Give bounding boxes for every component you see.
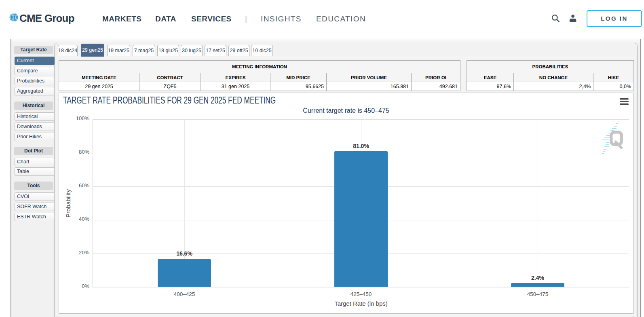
svg-text:2.4%: 2.4% (531, 275, 544, 281)
svg-text:80%: 80% (79, 149, 89, 155)
svg-text:400–425: 400–425 (174, 291, 195, 297)
svg-text:0%: 0% (82, 283, 89, 289)
svg-text:16.6%: 16.6% (176, 250, 192, 257)
svg-text:100%: 100% (76, 115, 90, 121)
svg-text:425–450: 425–450 (351, 291, 372, 297)
svg-text:20%: 20% (79, 249, 89, 256)
svg-text:40%: 40% (79, 216, 89, 222)
svg-text:60%: 60% (79, 182, 89, 188)
svg-text:Target Rate (in bps): Target Rate (in bps) (334, 300, 388, 307)
svg-text:450–475: 450–475 (527, 291, 549, 297)
svg-text:81.0%: 81.0% (353, 143, 369, 149)
svg-text:Probability: Probability (65, 189, 72, 218)
